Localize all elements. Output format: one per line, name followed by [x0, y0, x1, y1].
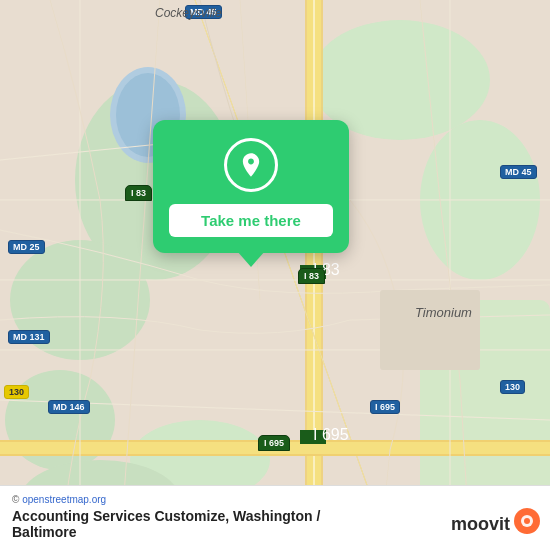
map-container: I 83 I 695 MD 45 MD 25 MD 131 MD 146 MD …	[0, 0, 550, 550]
road-sign-md131: MD 146	[48, 400, 90, 414]
map-background: I 83 I 695	[0, 0, 550, 550]
bottom-bar: © openstreetmap.org Accounting Services …	[0, 485, 550, 550]
road-sign-md25-mid: MD 25	[8, 240, 45, 254]
location-pin-icon	[237, 151, 265, 179]
moovit-text: moovit	[451, 514, 510, 535]
road-sign-i695: I 695	[258, 435, 290, 451]
road-sign-i83-top: I 83	[125, 185, 152, 201]
osm-link[interactable]: openstreetmap.org	[22, 494, 106, 505]
road-sign-130: 130	[4, 385, 29, 399]
road-sign-md25-lower: MD 131	[8, 330, 50, 344]
place-subtitle: Baltimore	[12, 524, 320, 540]
osm-credit: © openstreetmap.org	[12, 494, 538, 505]
take-me-there-button[interactable]: Take me there	[169, 204, 333, 237]
road-sign-i83-mid: I 83	[298, 268, 325, 284]
location-icon-circle	[224, 138, 278, 192]
road-sign-md146-bot: 130	[500, 380, 525, 394]
place-title: Accounting Services Customize, Washingto…	[12, 508, 320, 524]
road-sign-md45-bot: I 695	[370, 400, 400, 414]
moovit-pin-icon	[514, 508, 540, 540]
timonium-label: Timonium	[415, 305, 472, 320]
road-sign-md146-top: MD 45	[500, 165, 537, 179]
popup-card: Take me there	[153, 120, 349, 253]
cockeysville-label: Cockeysville	[155, 6, 222, 20]
moovit-logo: moovit	[451, 508, 540, 540]
svg-text:I 695: I 695	[313, 426, 349, 443]
svg-point-35	[524, 518, 530, 524]
svg-rect-27	[380, 290, 480, 370]
